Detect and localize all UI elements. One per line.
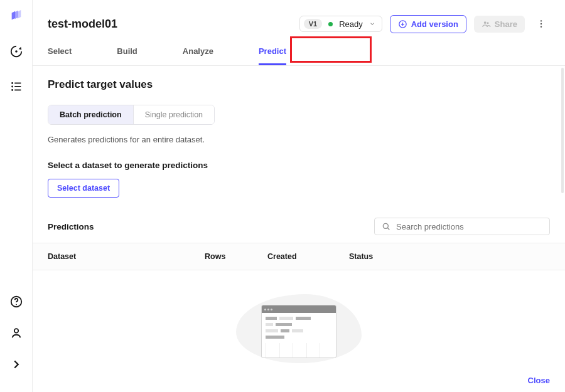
svg-point-9	[14, 329, 18, 332]
version-selector[interactable]: V1 Ready	[299, 16, 382, 32]
header: test-model01 V1 Ready Add version Share	[33, 0, 565, 36]
search-input-wrap[interactable]	[374, 218, 550, 235]
main-tabs: Select Build Analyze Predict	[33, 39, 565, 66]
prediction-mode-tabs: Batch prediction Single prediction	[48, 105, 215, 125]
refresh-icon[interactable]	[9, 44, 24, 59]
col-dataset: Dataset	[48, 252, 205, 261]
section-title: Predict target values	[48, 78, 550, 91]
plus-circle-icon	[398, 19, 407, 29]
scrollbar[interactable]	[560, 36, 565, 392]
content-area: Predict target values Batch prediction S…	[33, 66, 565, 392]
svg-point-12	[487, 22, 488, 24]
svg-point-5	[11, 89, 13, 91]
svg-point-16	[383, 223, 388, 228]
page-title: test-model01	[48, 18, 117, 31]
empty-state	[48, 270, 550, 377]
profile-icon[interactable]	[9, 326, 24, 341]
search-input[interactable]	[396, 222, 543, 231]
mode-tab-single[interactable]: Single prediction	[133, 105, 214, 124]
svg-point-0	[15, 50, 18, 53]
select-dataset-heading: Select a dataset to generate predictions	[48, 161, 550, 170]
kebab-icon	[536, 19, 546, 29]
svg-rect-2	[14, 83, 21, 84]
svg-point-13	[541, 20, 542, 21]
svg-point-14	[541, 23, 542, 24]
col-rows: Rows	[205, 252, 267, 261]
chevron-down-icon	[369, 19, 375, 29]
help-icon[interactable]	[9, 294, 24, 309]
footer: Close	[528, 374, 550, 386]
close-button[interactable]: Close	[528, 376, 550, 385]
left-sidebar	[0, 0, 33, 392]
status-dot-icon	[328, 22, 333, 26]
svg-point-3	[11, 86, 13, 88]
tab-predict[interactable]: Predict	[259, 39, 286, 65]
search-icon	[381, 221, 391, 231]
mode-tab-batch[interactable]: Batch prediction	[48, 105, 133, 124]
people-icon	[482, 19, 491, 29]
tab-select[interactable]: Select	[48, 39, 72, 65]
svg-point-1	[11, 82, 13, 84]
list-icon[interactable]	[9, 79, 24, 94]
select-dataset-button[interactable]: Select dataset	[48, 179, 119, 198]
svg-point-15	[541, 26, 542, 27]
more-menu-button[interactable]	[532, 15, 550, 33]
svg-rect-4	[14, 86, 21, 87]
empty-illustration-icon	[236, 289, 362, 371]
logo-icon[interactable]	[9, 9, 24, 24]
col-created: Created	[267, 252, 349, 261]
add-version-label: Add version	[411, 19, 458, 29]
predictions-table-header: Dataset Rows Created Status	[33, 243, 565, 270]
col-status: Status	[349, 252, 412, 261]
tab-build[interactable]: Build	[117, 39, 137, 65]
mode-description: Generates predictions for an entire data…	[48, 135, 550, 144]
share-label: Share	[495, 19, 517, 29]
status-text: Ready	[339, 19, 363, 29]
tab-analyze[interactable]: Analyze	[183, 39, 213, 65]
add-version-button[interactable]: Add version	[390, 15, 466, 33]
svg-point-8	[16, 304, 17, 305]
share-button: Share	[474, 16, 525, 33]
main-panel: test-model01 V1 Ready Add version Share	[33, 0, 565, 392]
version-badge: V1	[304, 19, 322, 29]
predictions-heading: Predictions	[48, 222, 94, 231]
svg-rect-6	[14, 90, 21, 91]
expand-sidebar-icon[interactable]	[9, 357, 24, 372]
svg-point-11	[484, 21, 487, 24]
